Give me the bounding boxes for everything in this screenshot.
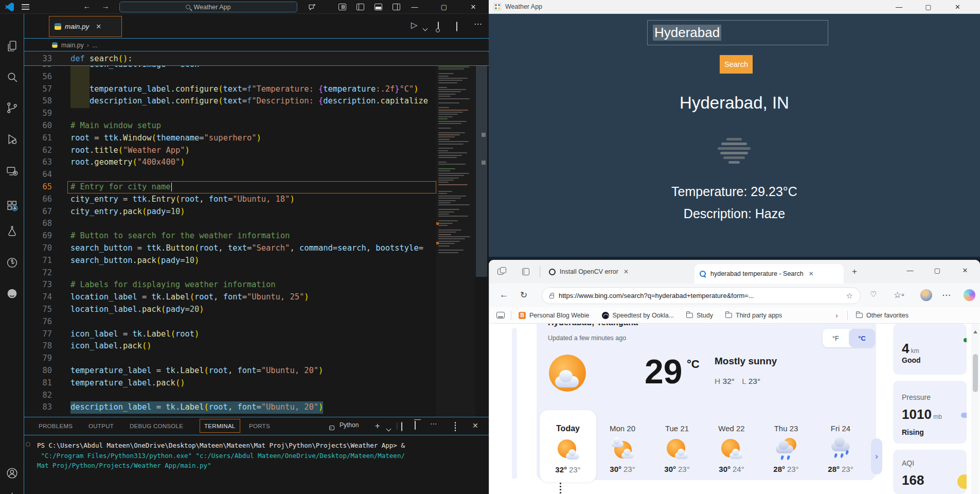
city-entry-field[interactable]: Hyderabad — [647, 20, 828, 45]
favorite-speedtest-by-ookla-[interactable]: Speedtest by Ookla... — [602, 312, 674, 319]
history-forward-icon[interactable]: → — [100, 2, 111, 10]
refresh-icon[interactable]: ↻ — [520, 290, 527, 301]
unit-fahrenheit[interactable]: °F — [823, 329, 849, 347]
profile-avatar[interactable] — [920, 289, 932, 301]
code-line[interactable]: 60# Main window setup — [24, 120, 436, 132]
forecast-thu-23[interactable]: Thu 2328°23° — [759, 424, 813, 473]
tab-install-opencv[interactable]: Install OpenCV error ✕ — [544, 260, 634, 284]
new-terminal-icon[interactable]: + — [375, 421, 380, 431]
code-line[interactable]: 68 — [24, 218, 436, 230]
remote-explorer-icon[interactable] — [6, 165, 19, 178]
open-preview-icon[interactable] — [438, 22, 439, 31]
code-line[interactable]: 80temperature_label = tk.Label(root, fon… — [24, 365, 436, 377]
weather-app-titlebar[interactable]: Weather App — ▢ ✕ — [489, 0, 980, 14]
panel-tab-output[interactable]: OUTPUT — [88, 417, 114, 435]
explorer-icon[interactable] — [6, 40, 19, 52]
minimap[interactable] — [436, 52, 475, 417]
tab-actions-icon[interactable] — [521, 267, 530, 276]
history-back-icon[interactable]: ← — [81, 2, 93, 10]
code-line[interactable]: 63root.geometry("400x400") — [24, 156, 436, 169]
forecast-scroll-chevron[interactable]: › — [871, 438, 882, 474]
code-line[interactable]: 65# Entry for city name — [24, 181, 436, 193]
code-line[interactable]: 64 — [24, 169, 436, 181]
breadcrumb[interactable]: main.py › ... — [24, 39, 489, 51]
favorite-third-party-apps[interactable]: Third party apps — [725, 312, 782, 319]
sidebar-toggle-icon[interactable] — [496, 312, 505, 319]
tab-main-py[interactable]: main.py ✕ — [49, 16, 122, 37]
favorite-personal-blog-webie[interactable]: BPersonal Blog Webie — [519, 312, 590, 319]
code-line[interactable]: 71search_button.pack(pady=10) — [24, 255, 436, 267]
vscode-maximize-button[interactable]: ▢ — [432, 0, 456, 14]
browser-essentials-icon[interactable]: ♡ — [870, 290, 877, 299]
split-terminal-icon[interactable] — [401, 422, 402, 431]
weather-minimize-button[interactable]: — — [887, 0, 911, 13]
code-line[interactable]: 79 — [24, 352, 436, 365]
forecast-fri-24[interactable]: Fri 2428°23° — [813, 424, 868, 473]
command-center-search[interactable]: Weather App — [119, 2, 297, 12]
panel-tab-problems[interactable]: PROBLEMS — [39, 417, 73, 435]
copilot-icon[interactable] — [964, 289, 975, 301]
customize-layout-icon[interactable] — [335, 2, 349, 12]
terminal-dropdown-icon[interactable] — [387, 424, 390, 432]
back-icon[interactable]: ← — [500, 290, 508, 300]
url-text[interactable]: https://www.bing.com/search?q=hyderabad+… — [559, 292, 842, 299]
favorite-study[interactable]: Study — [686, 312, 713, 319]
code-line[interactable]: 77icon_label = tk.Label(root) — [24, 328, 436, 341]
edge-maximize-button[interactable]: ▢ — [925, 260, 949, 280]
workspaces-icon[interactable] — [497, 267, 507, 276]
weather-maximize-button[interactable]: ▢ — [917, 0, 940, 13]
forecast-mon-20[interactable]: Mon 2030°23° — [595, 424, 650, 473]
edge-minimize-button[interactable]: — — [898, 260, 922, 280]
vscode-minimize-button[interactable]: — — [403, 0, 426, 14]
code-line[interactable]: 67city_entry.pack(pady=10) — [24, 206, 436, 218]
terminal-shell-icon[interactable]: >_ — [329, 422, 334, 431]
code-line[interactable]: 57 temperature_label.configure(text=f"Te… — [24, 83, 436, 96]
code-line[interactable]: 72 — [24, 267, 436, 279]
search-sidebar-icon[interactable] — [6, 70, 19, 83]
run-dropdown-icon[interactable] — [423, 23, 427, 32]
favorites-hub-icon[interactable]: ☆≡ — [894, 290, 904, 301]
gitlens-icon[interactable] — [6, 256, 19, 269]
run-python-file-icon[interactable]: ▷ — [411, 20, 417, 30]
breadcrumb-file[interactable]: main.py — [61, 42, 84, 49]
code-line[interactable]: 70search_button = ttk.Button(root, text=… — [24, 242, 436, 255]
kill-terminal-icon[interactable] — [415, 421, 416, 429]
code-line[interactable]: 61root = ttk.Window(themename="superhero… — [24, 132, 436, 145]
close-panel-icon[interactable]: ✕ — [472, 421, 478, 430]
code-line[interactable]: 58 description_label.configure(text=f"De… — [24, 95, 436, 108]
testing-icon[interactable] — [6, 225, 19, 238]
new-tab-icon[interactable]: + — [852, 267, 857, 277]
scrollbar-up-arrow[interactable] — [973, 330, 977, 333]
code-line[interactable]: 73# Labels for displaying weather inform… — [24, 279, 436, 291]
tab-close-icon[interactable]: ✕ — [809, 270, 814, 277]
edge-close-button[interactable]: ✕ — [953, 260, 977, 280]
toggle-secondary-sidebar-icon[interactable] — [389, 2, 403, 12]
breadcrumb-symbol[interactable]: ... — [92, 42, 97, 49]
account-icon[interactable] — [6, 467, 19, 480]
code-line[interactable]: 74location_label = tk.Label(root, font="… — [24, 291, 436, 304]
editor-scrollbar-thumb[interactable] — [476, 53, 487, 277]
terminal-shell-label[interactable]: Python — [340, 421, 359, 429]
forecast-tue-21[interactable]: Tue 2130°23° — [650, 424, 704, 473]
panel-tab-ports[interactable]: PORTS — [249, 417, 270, 435]
maximize-panel-icon[interactable] — [455, 422, 456, 431]
code-editor[interactable]: 55 icon_label.image = icon5657 temperatu… — [24, 52, 489, 417]
code-line[interactable]: 66city_entry = ttk.Entry(root, font="Ubu… — [24, 193, 436, 206]
toggle-sidebar-icon[interactable] — [353, 2, 367, 12]
split-editor-icon[interactable] — [456, 22, 457, 31]
panel-tab-debug-console[interactable]: DEBUG CONSOLE — [130, 417, 183, 435]
extensions-icon[interactable] — [6, 199, 19, 212]
page-scrollbar[interactable] — [971, 324, 979, 494]
editor-more-actions-icon[interactable]: ⋯ — [474, 19, 482, 29]
run-debug-icon[interactable] — [6, 133, 19, 146]
menu-icon[interactable] — [22, 4, 29, 10]
panel-more-actions-icon[interactable]: ⋯ — [430, 419, 437, 428]
search-button[interactable]: Search — [720, 55, 753, 74]
code-line[interactable]: 75location_label.pack(pady=20) — [24, 304, 436, 316]
vscode-close-button[interactable]: ✕ — [461, 0, 485, 14]
tab-close-icon[interactable]: ✕ — [623, 268, 629, 275]
code-line[interactable]: 56 — [24, 71, 436, 83]
favorite-star-icon[interactable]: ☆ — [846, 291, 853, 301]
copilot-chat-icon[interactable] — [306, 2, 319, 12]
scrollbar-thumb[interactable] — [973, 354, 978, 392]
